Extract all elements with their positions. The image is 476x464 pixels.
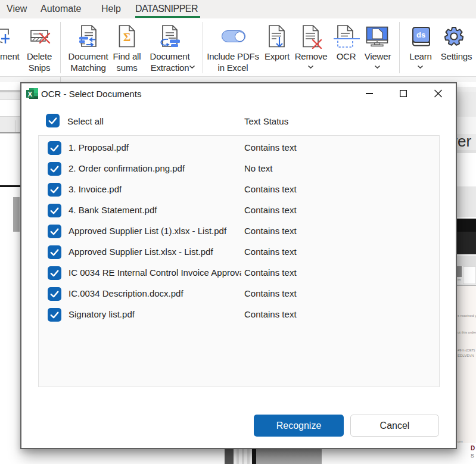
svg-text:ds: ds bbox=[416, 30, 425, 39]
svg-text:Σ: Σ bbox=[123, 31, 130, 43]
svg-text:X: X bbox=[28, 91, 33, 98]
